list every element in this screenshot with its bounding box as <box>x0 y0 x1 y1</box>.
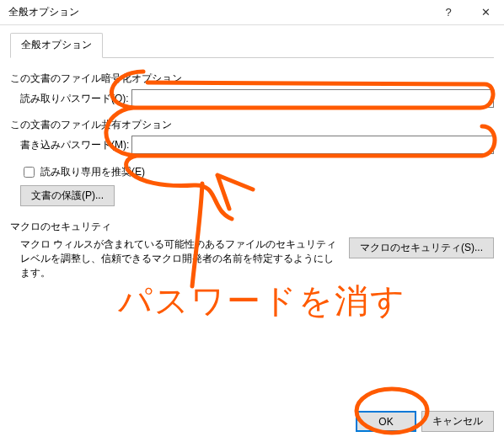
cancel-button[interactable]: キャンセル <box>421 411 494 432</box>
close-icon: ✕ <box>481 6 491 19</box>
write-password-label: 書き込みパスワード(M): <box>10 138 131 152</box>
dialog-body: 全般オプション この文書のファイル暗号化オプション 読み取りパスワード(O): … <box>0 25 504 442</box>
close-button[interactable]: ✕ <box>467 0 504 25</box>
macro-section-label: マクロのセキュリティ <box>10 220 494 234</box>
read-password-input[interactable] <box>131 89 494 108</box>
protect-document-button[interactable]: 文書の保護(P)... <box>20 185 115 206</box>
window-title: 全般オプション <box>8 5 430 19</box>
tabstrip: 全般オプション <box>10 32 494 58</box>
read-password-row: 読み取りパスワード(O): <box>10 89 494 108</box>
share-section-label: この文書のファイル共有オプション <box>10 118 494 132</box>
annotation-text: パスワードを消す <box>118 278 406 324</box>
encrypt-section-label: この文書のファイル暗号化オプション <box>10 72 494 86</box>
macro-desc-text: マクロ ウィルスが含まれている可能性のあるファイルのセキュリティ レベルを調整し… <box>10 237 340 280</box>
titlebar: 全般オプション ? ✕ <box>0 0 504 25</box>
tab-general-options[interactable]: 全般オプション <box>10 33 103 58</box>
readonly-recommend-row: 読み取り専用を推奨(E) <box>10 164 494 180</box>
write-password-row: 書き込みパスワード(M): <box>10 136 494 154</box>
readonly-recommend-label: 読み取り専用を推奨(E) <box>40 165 145 179</box>
ok-button[interactable]: OK <box>356 411 416 432</box>
dialog-footer: OK キャンセル <box>10 404 494 432</box>
read-password-label: 読み取りパスワード(O): <box>10 92 131 106</box>
protect-row: 文書の保護(P)... <box>10 185 494 206</box>
readonly-recommend-checkbox[interactable] <box>24 167 35 178</box>
help-button[interactable]: ? <box>430 0 467 25</box>
help-icon: ? <box>445 6 451 19</box>
macro-row: マクロ ウィルスが含まれている可能性のあるファイルのセキュリティ レベルを調整し… <box>10 237 494 280</box>
write-password-input[interactable] <box>131 136 494 154</box>
macro-security-button[interactable]: マクロのセキュリティ(S)... <box>349 237 494 258</box>
